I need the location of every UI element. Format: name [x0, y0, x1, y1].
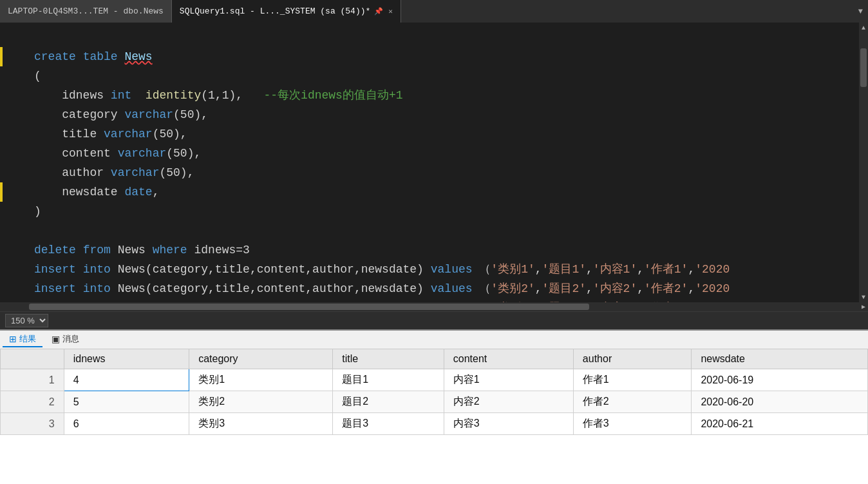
cell-idnews[interactable]: 6 — [64, 413, 189, 435]
close-tab-button[interactable]: ✕ — [388, 7, 393, 15]
col-header-category: category — [189, 349, 333, 369]
cell-category: 类别2 — [189, 391, 333, 413]
line-gutter — [0, 23, 29, 302]
code-line-1: create — [34, 50, 76, 63]
table-row: 36类别3题目3内容3作者32020-06-21 — [1, 413, 868, 435]
cell-newsdate: 2020-06-19 — [692, 369, 868, 391]
col-header-author: author — [573, 349, 692, 369]
tab-sqlquery-label: SQLQuery1.sql - L..._SYSTEM (sa (54))* — [180, 6, 370, 16]
scrollbar-arrows: ▲ ▼ — [859, 23, 868, 302]
tab-messages[interactable]: ▣ 消息 — [45, 332, 86, 347]
cell-newsdate: 2020-06-21 — [692, 413, 868, 435]
scroll-down-arrow[interactable]: ▼ — [859, 292, 868, 302]
horizontal-scrollbar[interactable]: ▶ — [0, 302, 868, 311]
results-icon: ⊞ — [9, 334, 17, 344]
dropdown-icon: ▼ — [858, 7, 863, 16]
table-header-row: idnews category title content author new… — [1, 349, 868, 369]
scrollbar-thumb[interactable] — [860, 48, 867, 87]
messages-icon: ▣ — [52, 334, 60, 344]
tab-sqlquery[interactable]: SQLQuery1.sql - L..._SYSTEM (sa (54))* 📌… — [172, 0, 401, 23]
col-header-newsdate: newsdate — [692, 349, 868, 369]
yellow-indicator-2 — [0, 182, 3, 202]
results-area: idnews category title content author new… — [0, 349, 868, 484]
editor-container: create table News ( idnews int identity(… — [0, 23, 868, 329]
title-bar: LAPTOP-0LQ4SM3...TEM - dbo.News SQLQuery… — [0, 0, 868, 23]
cell-rownum: 1 — [1, 369, 64, 391]
cell-idnews[interactable]: 5 — [64, 391, 189, 413]
cell-content: 内容3 — [444, 413, 573, 435]
results-tbody: 14类别1题目1内容1作者12020-06-1925类别2题目2内容2作者220… — [1, 369, 868, 435]
cell-title: 题目2 — [333, 391, 444, 413]
tab-results-label: 结果 — [19, 333, 36, 345]
cell-category: 类别3 — [189, 413, 333, 435]
col-header-content: content — [444, 349, 573, 369]
tab-results[interactable]: ⊞ 结果 — [3, 332, 42, 347]
results-table: idnews category title content author new… — [0, 349, 868, 435]
col-header-idnews: idnews — [64, 349, 189, 369]
zoom-select[interactable]: 150 % 100 % 125 % 200 % — [5, 314, 48, 327]
editor-scroll-area[interactable]: create table News ( idnews int identity(… — [0, 23, 868, 302]
cell-title: 题目1 — [333, 369, 444, 391]
tab-dbo-news-label: LAPTOP-0LQ4SM3...TEM - dbo.News — [8, 6, 164, 16]
hscroll-thumb[interactable] — [29, 304, 589, 310]
yellow-indicator — [0, 47, 3, 66]
cell-author: 作者2 — [573, 391, 692, 413]
col-header-title: title — [333, 349, 444, 369]
cell-rownum: 3 — [1, 413, 64, 435]
tab-messages-label: 消息 — [62, 333, 79, 345]
cell-category: 类别1 — [189, 369, 333, 391]
cell-content: 内容2 — [444, 391, 573, 413]
col-header-rownum — [1, 349, 64, 369]
table-row: 25类别2题目2内容2作者22020-06-20 — [1, 391, 868, 413]
cell-author: 作者3 — [573, 413, 692, 435]
code-editor[interactable]: create table News ( idnews int identity(… — [29, 23, 859, 302]
vertical-scrollbar[interactable]: ▲ ▼ — [859, 23, 868, 302]
hscroll-right-arrow[interactable]: ▶ — [859, 302, 868, 311]
cell-idnews[interactable]: 4 — [64, 369, 189, 391]
pin-icon: 📌 — [374, 7, 383, 15]
cell-title: 题目3 — [333, 413, 444, 435]
cell-content: 内容1 — [444, 369, 573, 391]
cell-author: 作者1 — [573, 369, 692, 391]
cell-newsdate: 2020-06-20 — [692, 391, 868, 413]
tab-dbo-news[interactable]: LAPTOP-0LQ4SM3...TEM - dbo.News — [0, 0, 172, 23]
zoom-bar: 150 % 100 % 125 % 200 % — [0, 311, 868, 329]
results-tabs: ⊞ 结果 ▣ 消息 — [0, 329, 868, 349]
title-bar-dropdown[interactable]: ▼ — [858, 7, 868, 16]
scroll-up-arrow[interactable]: ▲ — [859, 23, 868, 33]
table-row: 14类别1题目1内容1作者12020-06-19 — [1, 369, 868, 391]
cell-rownum: 2 — [1, 391, 64, 413]
